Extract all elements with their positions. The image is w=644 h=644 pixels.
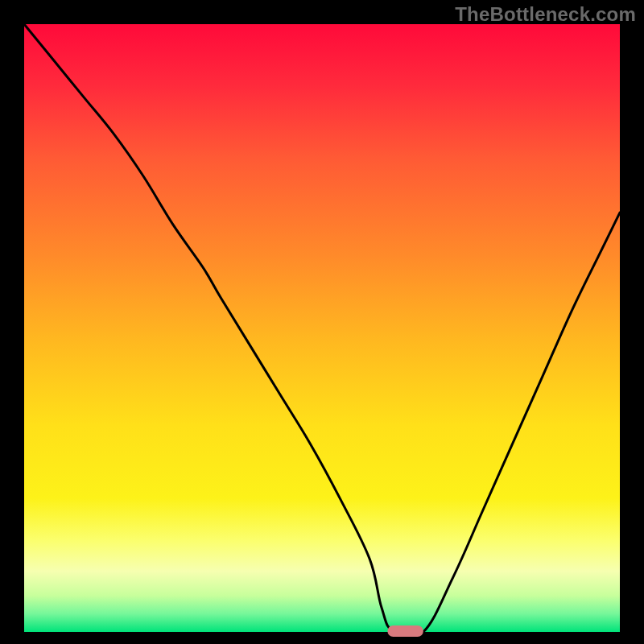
watermark-text: TheBottleneck.com bbox=[455, 3, 636, 26]
chart-gradient-background bbox=[24, 24, 620, 632]
bottleneck-chart bbox=[0, 0, 644, 644]
optimal-point-marker bbox=[387, 625, 423, 637]
chart-container: TheBottleneck.com bbox=[0, 0, 644, 644]
